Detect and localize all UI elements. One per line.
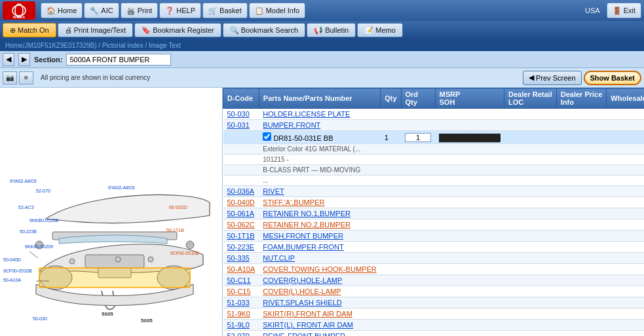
bulletin-button[interactable]: 📢 Bulletin — [307, 23, 356, 37]
section-prev-button[interactable]: ◀ — [3, 53, 14, 66]
part-checkbox[interactable] — [263, 132, 271, 141]
dcode-link[interactable]: 50-062C — [227, 221, 255, 229]
wholesale-cell — [607, 208, 644, 219]
table-row: DR81-50-031E BB1████████████ — [223, 131, 645, 144]
price-cell — [556, 308, 607, 320]
qty-cell — [381, 219, 401, 231]
svg-text:52-070: 52-070 — [36, 189, 50, 193]
dcode-link[interactable]: 50-030 — [227, 110, 250, 118]
bookmark-search-button[interactable]: 🔍 Bookmark Search — [223, 23, 305, 37]
dcode-link[interactable]: 50-061A — [227, 210, 255, 217]
retail-cell — [504, 176, 557, 186]
svg-text:9YA02-A8O3: 9YA02-A8O3 — [10, 179, 37, 183]
dcode-link[interactable]: 50-036A — [227, 187, 255, 195]
ord-qty-cell — [401, 242, 435, 253]
parts-name-text[interactable]: BUMPER,FRONT — [263, 121, 320, 129]
exit-button[interactable]: 🚪 Exit — [607, 3, 641, 18]
dcode-link[interactable]: 50-335 — [227, 254, 250, 262]
show-basket-label: Show Basket — [590, 74, 635, 82]
svg-text:9KK60-00209: 9KK60-00209 — [25, 244, 53, 249]
section-next-button[interactable]: ▶ — [18, 53, 30, 66]
home-button[interactable]: 🏠 Home — [41, 3, 83, 18]
qty-cell — [381, 231, 401, 242]
dcode-link[interactable]: 50-040D — [227, 198, 255, 206]
ord-qty-input[interactable] — [405, 133, 431, 142]
parts-name-text[interactable]: COVER(L),HOLE-LAMP — [263, 288, 341, 295]
ord-qty-cell[interactable] — [401, 131, 435, 144]
dcode-cell[interactable]: 50-335 — [223, 253, 259, 264]
qty-cell — [381, 320, 401, 331]
prev-screen-icon: ◀ — [529, 73, 534, 82]
dcode-link[interactable]: 50-223E — [227, 243, 255, 251]
aic-button[interactable]: 🔧 AIC — [84, 3, 119, 18]
dcode-link[interactable]: 50-C11 — [227, 276, 251, 284]
mazda-logo: MAZDA — [3, 1, 35, 20]
parts-name-cell: Exterior Color 41G MATERIAL (... — [259, 144, 380, 155]
show-basket-button[interactable]: Show Basket — [584, 71, 641, 85]
parts-name-text[interactable]: STIFF,'A',BUMPER — [263, 198, 324, 206]
dcode-cell[interactable]: 50-223E — [223, 242, 259, 253]
dcode-link[interactable]: 51-033 — [227, 299, 250, 307]
dcode-cell[interactable]: 50-031 — [223, 120, 259, 131]
wholesale-cell — [607, 320, 644, 331]
parts-name-text[interactable]: COVER(R),HOLE-LAMP — [263, 276, 342, 284]
dcode-cell[interactable]: 50-061A — [223, 208, 259, 219]
parts-name-text[interactable]: FOAM,BUMPER-FRONT — [263, 243, 343, 251]
ord-qty-cell — [401, 253, 435, 264]
parts-name-text[interactable]: SKIRT(R),FRONT AIR DAM — [263, 310, 352, 318]
dcode-cell[interactable]: 50-C11 — [223, 275, 259, 286]
dcode-cell[interactable]: 50-1T1B — [223, 231, 259, 242]
diagram-list-button[interactable]: ≡ — [19, 71, 33, 84]
dcode-link[interactable]: 50-A10A — [227, 265, 256, 273]
prev-screen-button[interactable]: ◀ Prev Screen — [523, 71, 582, 85]
dcode-cell[interactable]: 52-070 — [223, 331, 259, 337]
price-cell — [556, 131, 607, 144]
match-on-button[interactable]: ⊕ Match On — [3, 23, 56, 37]
bookmark-register-button[interactable]: 🔖 Bookmark Register — [134, 23, 221, 37]
section-input[interactable] — [66, 54, 171, 65]
dcode-cell[interactable]: 51-033 — [223, 297, 259, 308]
wholesale-cell — [607, 264, 644, 275]
dcode-link[interactable]: 51-9K0 — [227, 310, 250, 318]
parts-name-text[interactable]: COVER,TOWING HOOK-BUMPER — [263, 265, 376, 273]
dcode-link[interactable]: 50-031 — [227, 121, 250, 129]
col-parts-name: Parts Name/Parts Number — [259, 88, 380, 109]
print-image-button[interactable]: 🖨 Print Image/Text — [58, 23, 133, 37]
svg-text:9YA02-A8O3: 9YA02-A8O3 — [108, 185, 135, 190]
dcode-link[interactable]: 50-C15 — [227, 288, 251, 295]
dcode-link[interactable]: 50-1T1B — [227, 232, 255, 240]
qty-cell — [381, 208, 401, 219]
parts-name-text[interactable]: NUT,CLIP — [263, 254, 295, 262]
dcode-cell[interactable]: 51-9K0 — [223, 308, 259, 320]
basket-button[interactable]: 🛒 Basket — [202, 3, 248, 18]
parts-name-text[interactable]: MESH,FRONT BUMPER — [263, 232, 343, 240]
dcode-link[interactable]: 52-070 — [227, 332, 250, 336]
parts-name-cell: BUMPER,FRONT — [259, 120, 380, 131]
dcode-cell[interactable]: 50-036A — [223, 186, 259, 197]
dcode-cell[interactable]: 50-040D — [223, 197, 259, 208]
ord-qty-cell — [401, 165, 435, 176]
dcode-cell[interactable]: 50-030 — [223, 109, 259, 120]
price-cell — [556, 109, 607, 120]
diagram-camera-button[interactable]: 📷 — [3, 71, 17, 84]
parts-name-text[interactable]: RETAINER NO.1,BUMPER — [263, 210, 350, 217]
parts-name-text[interactable]: RETAINER NO.2,BUMPER — [263, 221, 350, 229]
parts-name-cell: FOAM,BUMPER-FRONT — [259, 242, 380, 253]
parts-name-text[interactable]: REINF, FRONT BUMPER — [263, 332, 345, 336]
dcode-cell[interactable]: 50-C15 — [223, 286, 259, 297]
parts-name-text[interactable]: RIVET,SPLASH SHIELD — [263, 299, 341, 307]
memo-button[interactable]: 📝 Memo — [357, 23, 403, 37]
dcode-link[interactable]: 51-9L0 — [227, 321, 250, 329]
dcode-cell[interactable]: 51-9L0 — [223, 320, 259, 331]
print-button[interactable]: 🖨️ Print — [121, 3, 159, 18]
parts-name-text[interactable]: HOLDER,LICENSE PLATE — [263, 110, 350, 118]
parts-panel[interactable]: D-Code Parts Name/Parts Number Qty OrdQt… — [223, 88, 644, 336]
parts-name-text[interactable]: SKIRT(L), FRONT AIR DAM — [263, 321, 353, 329]
parts-name-text[interactable]: RIVET — [263, 187, 284, 195]
help-icon: ❓ — [165, 7, 174, 15]
table-row: 50-223EFOAM,BUMPER-FRONT — [223, 242, 645, 253]
dcode-cell[interactable]: 50-062C — [223, 219, 259, 231]
dcode-cell[interactable]: 50-A10A — [223, 264, 259, 275]
help-button[interactable]: ❓ HELP — [159, 3, 201, 18]
model-info-button[interactable]: 📋 Model Info — [249, 3, 305, 18]
